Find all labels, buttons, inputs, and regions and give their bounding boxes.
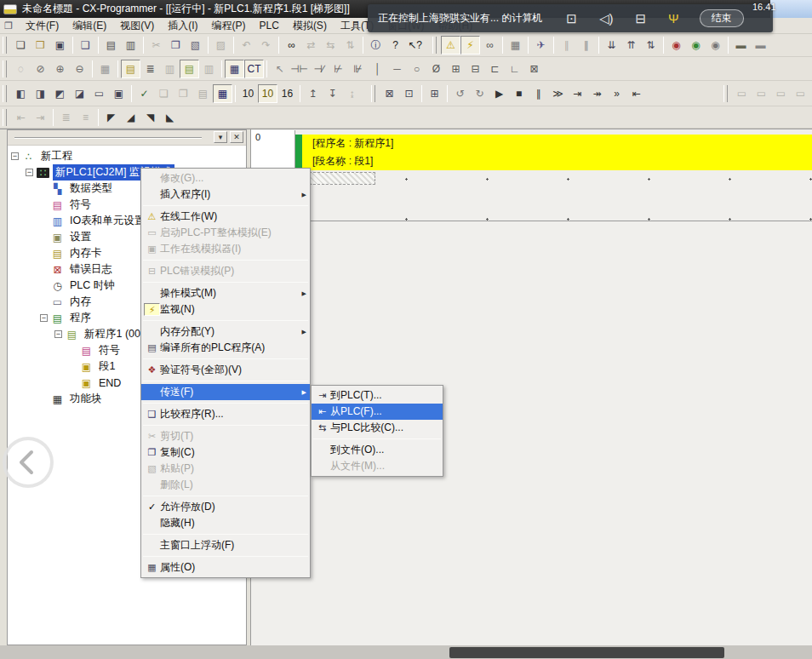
watch-window-2-button[interactable]: ▭ xyxy=(752,84,771,103)
window-layout-2-button[interactable]: ◨ xyxy=(31,84,50,103)
rung-comment-button[interactable]: ▬ xyxy=(751,36,770,54)
menu-view[interactable]: 视图(V) xyxy=(113,18,161,34)
menu-program[interactable]: 编程(P) xyxy=(205,18,253,34)
expand-toggle[interactable] xyxy=(40,395,48,403)
connector-button[interactable]: ∟ xyxy=(505,60,524,78)
menu-item-compile-all[interactable]: ▤ 编译所有的PLC程序(A) xyxy=(141,340,310,356)
menu-item-modify[interactable]: 修改(G)... xyxy=(141,170,310,186)
rung-wrap-button[interactable]: ≡ xyxy=(76,108,95,127)
go-to-next-address-button[interactable]: ◥ xyxy=(140,108,160,127)
replace-button[interactable]: ⇄ xyxy=(301,36,321,54)
coil-button[interactable]: ○ xyxy=(407,60,426,78)
menu-item-delete[interactable]: 删除(L) xyxy=(141,477,310,493)
zoom-in-button[interactable]: ⊕ xyxy=(50,60,70,78)
menu-item-copy[interactable]: ❐ 复制(C) xyxy=(141,444,310,461)
window-properties-button[interactable]: ▣ xyxy=(109,84,129,103)
expand-toggle[interactable] xyxy=(69,379,77,387)
expand-toggle[interactable] xyxy=(40,201,48,209)
sim-run-button[interactable]: ▶ xyxy=(489,84,509,103)
expand-toggle[interactable] xyxy=(40,266,48,273)
speaker-icon[interactable]: ◁) xyxy=(599,11,614,26)
new-file-button[interactable]: ❏ xyxy=(11,36,31,54)
sim-step-in-button[interactable]: ⇥ xyxy=(568,84,587,103)
compare-with-plc-button[interactable]: ⇅ xyxy=(641,36,660,54)
check-option-button[interactable]: ❏ xyxy=(154,84,174,103)
menu-item-work-online[interactable]: ⚠ 在线工作(W) xyxy=(141,209,310,225)
clock-pulse-button[interactable]: CT xyxy=(244,60,264,78)
menu-item-verify-symbols[interactable]: ❖ 验证符号(全部)(V) xyxy=(141,362,310,378)
zoom-fit-button[interactable]: ◌ xyxy=(11,60,31,78)
expand-toggle[interactable] xyxy=(69,363,77,370)
data-trace-button[interactable]: ◉ xyxy=(666,36,686,54)
submenu-item-compare-with-plc[interactable]: ⇆ 与PLC比较(C)... xyxy=(312,420,443,436)
window-toolbar-icon[interactable]: ⊟ xyxy=(635,11,646,26)
program-check-button[interactable]: ✓ xyxy=(134,84,154,103)
cross-reference-button[interactable]: ▥ xyxy=(160,60,180,78)
sim-pause-button[interactable]: ∥ xyxy=(529,84,548,103)
undo-button[interactable]: ↶ xyxy=(237,36,256,54)
compare-plc-button[interactable]: ⊞ xyxy=(425,84,444,103)
binary-view-button[interactable]: ▦ xyxy=(213,84,232,103)
contact-no-button[interactable]: ⊣⊢ xyxy=(289,60,309,78)
new-window-button[interactable]: ◧ xyxy=(11,84,31,103)
go-to-output-button[interactable]: ◢ xyxy=(121,108,140,127)
horizontal-line-button[interactable]: ─ xyxy=(387,60,407,78)
sim-step-button[interactable]: ≫ xyxy=(548,84,568,103)
print-preview-button[interactable]: ▥ xyxy=(121,36,140,54)
force-on-button[interactable]: ↥ xyxy=(303,84,323,103)
menu-file[interactable]: 文件(F) xyxy=(19,18,66,34)
submenu-item-to-file[interactable]: 到文件(O)... xyxy=(312,442,443,458)
help-button[interactable]: ? xyxy=(386,36,405,54)
end-session-button[interactable]: 结束 xyxy=(700,9,744,27)
panel-close-button[interactable]: ✕ xyxy=(230,131,243,143)
open-file-button[interactable]: ❒ xyxy=(31,36,50,54)
menu-edit[interactable]: 编辑(E) xyxy=(66,18,113,34)
menu-item-insert-program[interactable]: 插入程序(I) ▶ xyxy=(141,186,310,203)
copy-button[interactable]: ❐ xyxy=(166,36,186,54)
instruction-closed-button[interactable]: ⊟ xyxy=(466,60,485,78)
instruction-button[interactable]: ⊞ xyxy=(446,60,466,78)
expand-toggle[interactable] xyxy=(40,249,48,257)
sim-continuous-button[interactable]: ↠ xyxy=(587,84,607,103)
expand-toggle[interactable] xyxy=(40,298,48,306)
indent-right-button[interactable]: ⇥ xyxy=(31,108,50,127)
sim-scan-run-button[interactable]: » xyxy=(607,84,626,103)
expand-toggle[interactable]: − xyxy=(11,152,19,160)
work-online-button[interactable]: ⚠ xyxy=(441,36,460,54)
sim-settings-button[interactable]: ↻ xyxy=(470,84,489,103)
zoom-reset-button[interactable]: ⊘ xyxy=(31,60,50,78)
contact-or-nc-button[interactable]: ⊮ xyxy=(348,60,368,78)
menu-item-properties[interactable]: ▦ 属性(O) xyxy=(141,559,310,576)
expand-toggle[interactable]: − xyxy=(54,330,62,338)
menu-item-allow-docking[interactable]: ✓ 允许停放(D) xyxy=(141,499,310,515)
context-help-button[interactable]: ↖? xyxy=(405,36,425,54)
contact-nc-button[interactable]: ⊣∕ xyxy=(309,60,329,78)
force-cancel-button[interactable]: ↨ xyxy=(342,84,362,103)
menu-item-plc-error-simulation[interactable]: ⊟ PLC错误模拟(P) xyxy=(141,263,310,279)
rung-list-button[interactable]: ≣ xyxy=(56,108,76,127)
indent-left-button[interactable]: ⇤ xyxy=(11,108,31,127)
expand-toggle[interactable]: − xyxy=(26,169,33,176)
sim-to-end-button[interactable]: ⇤ xyxy=(626,84,646,103)
menu-item-float-in-main[interactable]: 主窗口上浮动(F) xyxy=(141,537,310,553)
remote-back-button[interactable] xyxy=(3,437,54,488)
expand-toggle[interactable] xyxy=(40,185,48,192)
paste-button[interactable]: ▧ xyxy=(186,36,205,54)
coil-closed-button[interactable]: Ø xyxy=(426,60,446,78)
menu-item-hide[interactable]: 隐藏(H) xyxy=(141,515,310,531)
plc-pt-simulation-button[interactable]: ▦ xyxy=(506,36,525,54)
expand-toggle[interactable] xyxy=(40,217,48,225)
memory-window-button[interactable]: ▭ xyxy=(791,84,810,103)
function-block-button[interactable]: ⊏ xyxy=(485,60,505,78)
menu-item-memory-allocation[interactable]: 内存分配(Y) ▶ xyxy=(141,324,310,340)
pause-monitor-button[interactable]: ∞ xyxy=(480,36,500,54)
menu-plc[interactable]: PLC xyxy=(253,19,286,32)
show-symbols-button[interactable]: ▤ xyxy=(121,60,140,78)
paste-special-button[interactable]: ▨ xyxy=(211,36,231,54)
contact-or-no-button[interactable]: ⊬ xyxy=(329,60,348,78)
grid-toggle-button[interactable]: ▦ xyxy=(95,60,115,78)
menu-insert[interactable]: 插入(I) xyxy=(161,18,204,34)
go-to-prev-address-button[interactable]: ◣ xyxy=(160,108,180,127)
menu-item-plc-pt-simulation[interactable]: ▭ 启动PLC-PT整体模拟(E) xyxy=(141,225,310,241)
expand-toggle[interactable] xyxy=(40,233,48,241)
